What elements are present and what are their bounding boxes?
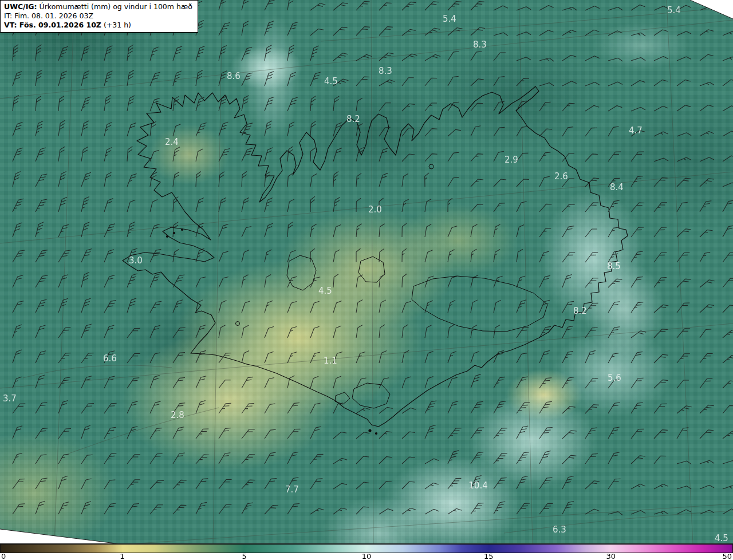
wind-barb <box>36 69 42 86</box>
wind-barb <box>402 75 414 89</box>
wind-barb <box>242 197 249 213</box>
wind-barb <box>242 350 249 364</box>
wind-barb <box>723 56 733 65</box>
contour-value-label: 8.6 <box>227 71 241 81</box>
wind-barb <box>723 129 733 140</box>
wind-barb <box>265 44 271 61</box>
wind-barb <box>700 403 714 416</box>
wind-barb <box>562 224 574 239</box>
wind-barb <box>631 200 644 215</box>
wind-barb <box>631 329 646 341</box>
wind-barb <box>242 45 252 62</box>
wind-barb <box>539 4 554 14</box>
wind-barb <box>219 197 226 213</box>
wind-barb <box>425 249 432 263</box>
colorbar-tick-30: 30 <box>606 553 616 560</box>
wind-barb <box>585 176 599 190</box>
wind-barb <box>585 376 598 391</box>
wind-barb <box>36 221 44 238</box>
wind-barb <box>36 146 46 163</box>
wind-barb <box>562 404 576 417</box>
wind-barb <box>448 74 459 88</box>
wind-barb <box>425 299 433 314</box>
wind-barb <box>150 247 161 264</box>
wind-barb <box>196 171 201 187</box>
wind-barb <box>379 376 389 390</box>
vestmannaeyjar-island <box>369 429 371 432</box>
wind-barb <box>562 474 574 491</box>
map-title-line: UWC/IG: Úrkomumætti (mm) og vindur i 100… <box>4 2 192 11</box>
wind-barb <box>310 1 325 14</box>
wind-barb <box>608 57 622 65</box>
wind-barb <box>81 297 91 314</box>
wind-barb <box>81 146 88 162</box>
wind-barb <box>631 453 645 467</box>
wind-barb <box>333 456 347 467</box>
wind-barb <box>494 499 505 516</box>
wind-barb <box>173 196 178 212</box>
wind-barb <box>379 405 393 417</box>
wind-barb <box>677 227 691 240</box>
wind-barb <box>13 222 22 239</box>
wind-barb <box>219 350 231 365</box>
wind-barb <box>631 400 643 416</box>
wind-barb <box>654 175 668 190</box>
wind-barb <box>333 274 338 287</box>
wind-barb <box>150 199 157 213</box>
wind-barb <box>677 78 691 89</box>
wind-barb <box>150 502 163 517</box>
wind-barb <box>471 0 484 13</box>
wind-barb <box>150 478 164 492</box>
wind-barb <box>425 151 438 164</box>
wind-barb <box>631 249 643 265</box>
wind-barb <box>402 300 411 314</box>
wind-barb <box>333 299 342 314</box>
wind-barb <box>631 427 644 441</box>
wind-barb <box>517 76 529 89</box>
wind-barb <box>700 509 714 518</box>
wind-barb <box>265 503 278 517</box>
wind-barb <box>265 450 276 466</box>
wind-barb <box>81 247 92 265</box>
wind-barb <box>356 97 362 112</box>
wind-barb <box>723 403 733 416</box>
parameter-title: Úrkomumætti (mm) og vindur i 100m hæð <box>40 2 192 11</box>
wind-barb <box>608 325 620 340</box>
wind-barb <box>562 324 573 340</box>
wind-barb <box>58 452 69 466</box>
wind-barb <box>173 171 179 187</box>
wind-barb <box>723 154 733 165</box>
wind-barb <box>173 425 184 440</box>
wind-barb <box>677 300 689 315</box>
wind-barb <box>242 274 249 288</box>
wind-barb <box>356 147 364 163</box>
wind-barb <box>287 222 293 237</box>
wind-barb <box>585 151 598 164</box>
wind-barb <box>379 324 385 338</box>
wind-barb <box>494 223 501 238</box>
contour-value-label: 5.6 <box>608 373 621 383</box>
wind-barb <box>287 275 297 289</box>
wind-barb <box>562 101 574 114</box>
wind-barb <box>58 196 67 213</box>
wind-barb <box>127 351 140 366</box>
wind-barb <box>471 425 484 441</box>
wind-barb <box>517 31 531 40</box>
wind-barb <box>81 196 89 213</box>
wind-barb <box>104 222 115 239</box>
contour-value-label: 1.1 <box>324 356 337 366</box>
wind-barb <box>287 325 297 340</box>
thingvallavatn-lake <box>236 322 240 326</box>
wind-barb <box>333 224 341 238</box>
wind-barb <box>242 171 247 187</box>
wind-barb <box>402 52 417 65</box>
wind-barb <box>265 427 276 441</box>
wind-barb <box>631 78 645 89</box>
wind-barb <box>631 57 645 65</box>
wind-barb <box>700 27 714 39</box>
wind-barb <box>585 81 600 90</box>
hofsjokull-outline <box>358 257 385 282</box>
wind-barb <box>150 400 161 416</box>
wind-barb <box>425 399 436 415</box>
wind-barb <box>494 4 508 14</box>
